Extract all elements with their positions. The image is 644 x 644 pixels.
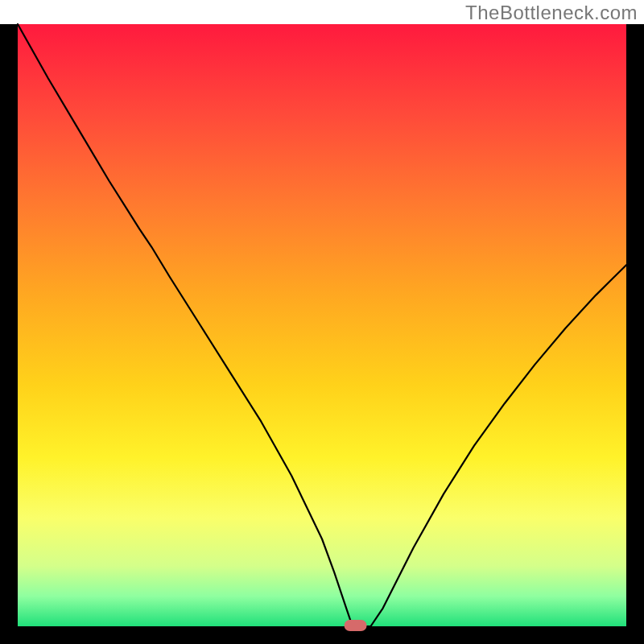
bottleneck-chart: TheBottleneck.com — [0, 0, 644, 644]
svg-rect-4 — [0, 23, 644, 24]
svg-rect-1 — [0, 24, 18, 644]
svg-rect-2 — [626, 24, 644, 644]
svg-rect-5 — [345, 620, 367, 631]
chart-canvas — [0, 0, 644, 644]
svg-rect-0 — [18, 24, 626, 626]
svg-rect-3 — [0, 626, 644, 644]
